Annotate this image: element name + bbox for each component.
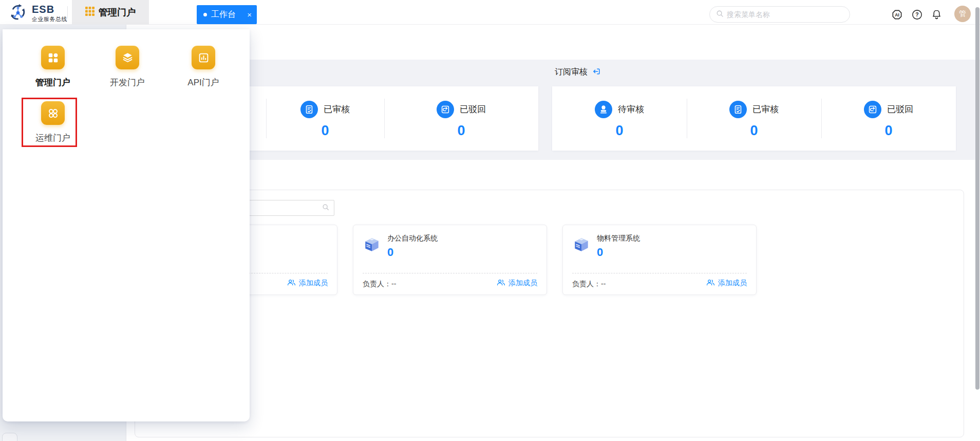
stat-rejected: 已驳回 0 <box>821 86 956 151</box>
system-owner: 负责人：-- <box>363 280 396 289</box>
vertical-scrollbar-thumb[interactable] <box>975 7 979 390</box>
tab-close-icon[interactable]: × <box>247 11 252 19</box>
portal-item-label: API门户 <box>173 77 234 88</box>
api-portal-icon <box>192 46 215 69</box>
esb-logo-icon <box>7 3 29 22</box>
people-icon <box>497 279 505 287</box>
add-member-label: 添加成员 <box>299 279 328 288</box>
stat-value: 0 <box>884 124 892 138</box>
stat-value: 0 <box>321 124 329 138</box>
svg-text:AI: AI <box>895 12 899 17</box>
dev-portal-icon <box>116 46 139 69</box>
system-card: 物料管理系统 0 负责人：-- 添加成员 <box>562 225 757 295</box>
add-member-link[interactable]: 添加成员 <box>706 279 747 288</box>
portal-item-label: 管理门户 <box>22 77 84 88</box>
system-box-icon <box>572 235 591 254</box>
dashed-divider <box>572 273 747 273</box>
search-icon <box>716 10 724 20</box>
systems-panel: 添加成员 办公自动化系统 0 负责人：-- 添加成员 物料管理系统 <box>135 190 964 437</box>
stat-label: 待审核 <box>618 103 644 115</box>
portal-item-label: 开发门户 <box>97 77 158 88</box>
people-icon <box>706 279 715 287</box>
help-icon[interactable]: ? <box>911 9 923 21</box>
system-name: 物料管理系统 <box>597 234 640 243</box>
system-count: 0 <box>597 246 603 259</box>
add-member-link[interactable]: 添加成员 <box>497 279 537 288</box>
header: ESB 企业服务总线 管理门户 工作台 × <box>0 0 980 25</box>
document-check-icon <box>729 101 747 118</box>
stat-label: 已审核 <box>324 103 350 115</box>
ai-assistant-icon[interactable]: AI <box>891 9 903 21</box>
people-icon <box>287 279 296 287</box>
portal-item-dev[interactable]: 开发门户 <box>97 46 158 88</box>
dashed-divider <box>363 273 537 273</box>
subscribe-review-title-row: 订阅审核 <box>555 67 600 78</box>
stat-pending: 待审核 0 <box>552 86 687 151</box>
header-divider <box>67 6 68 19</box>
portal-item-api[interactable]: API门户 <box>173 46 234 88</box>
manage-portal-icon <box>41 46 65 69</box>
search-icon <box>322 204 329 213</box>
stat-label: 已驳回 <box>887 103 913 115</box>
tab-active-dot <box>203 13 207 16</box>
stat-approved: 已审核 0 <box>687 86 821 151</box>
stat-rejected: 已驳回 0 <box>384 86 538 151</box>
notification-bell-icon[interactable] <box>931 9 943 21</box>
jump-link-icon[interactable] <box>592 67 600 78</box>
sidebar-collapsed-widget[interactable] <box>2 433 17 441</box>
search-input[interactable] <box>727 10 843 19</box>
logo-title: ESB <box>32 4 54 15</box>
highlight-red-box <box>22 98 77 147</box>
portal-switcher-menu[interactable]: 管理门户 <box>72 0 149 25</box>
portal-dropdown: 管理门户 开发门户 API门户 运维门户 <box>3 29 250 421</box>
document-check-icon <box>300 101 318 118</box>
add-member-link[interactable]: 添加成员 <box>287 279 328 288</box>
user-avatar[interactable]: 管 <box>954 6 971 22</box>
system-owner: 负责人：-- <box>572 280 606 289</box>
content-top-strip <box>126 25 980 60</box>
document-return-icon <box>864 101 881 118</box>
svg-text:?: ? <box>915 11 918 17</box>
menu-search[interactable] <box>709 6 850 23</box>
subscribe-review-title: 订阅审核 <box>555 67 588 78</box>
system-name: 办公自动化系统 <box>387 234 438 243</box>
stat-value: 0 <box>457 124 465 138</box>
stamp-icon <box>595 101 612 118</box>
document-return-icon <box>437 101 454 118</box>
logo-subtitle: 企业服务总线 <box>32 15 67 23</box>
add-member-label: 添加成员 <box>508 279 537 288</box>
system-card: 办公自动化系统 0 负责人：-- 添加成员 <box>353 225 547 295</box>
stat-value: 0 <box>615 124 623 138</box>
portal-menu-label: 管理门户 <box>99 6 136 19</box>
stat-label: 已驳回 <box>460 103 486 115</box>
tab-workbench[interactable]: 工作台 × <box>197 5 257 24</box>
stat-value: 0 <box>750 124 758 138</box>
app-grid-icon <box>85 7 95 18</box>
system-count: 0 <box>387 246 393 259</box>
add-member-label: 添加成员 <box>718 279 747 288</box>
subscribe-review-card: 待审核 0 已审核 0 已驳回 0 <box>552 86 956 151</box>
stat-approved: 已审核 0 <box>266 86 384 151</box>
tab-label: 工作台 <box>211 9 243 20</box>
stat-label: 已审核 <box>752 103 779 115</box>
portal-item-manage[interactable]: 管理门户 <box>22 46 84 88</box>
app-root: ESB 企业服务总线 管理门户 工作台 × <box>0 0 980 441</box>
system-box-icon <box>363 235 381 254</box>
